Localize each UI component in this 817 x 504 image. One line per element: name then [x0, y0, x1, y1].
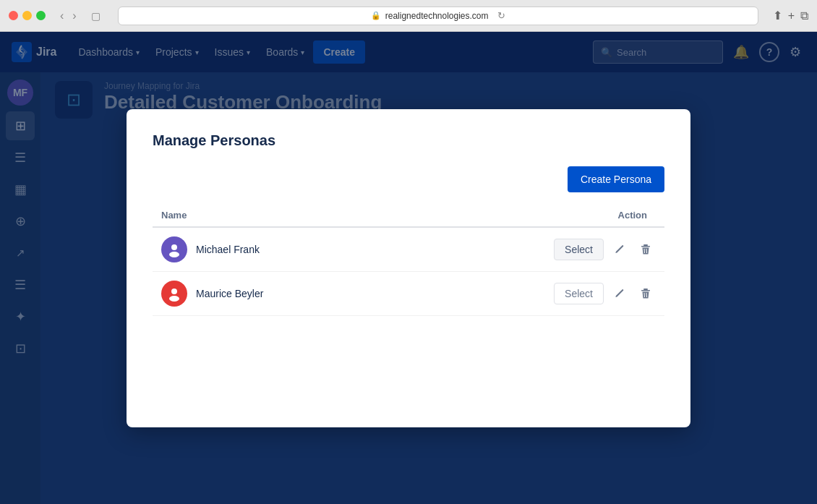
- persona-name-cell: Michael Frank: [153, 227, 408, 272]
- app-background: Jira Dashboards ▾ Projects ▾ Issues ▾ Bo…: [0, 32, 817, 504]
- persona-name-cell: Maurice Beyler: [153, 271, 408, 315]
- forward-button[interactable]: ›: [69, 8, 79, 24]
- delete-button-michael[interactable]: [636, 241, 656, 258]
- windows-button[interactable]: ⧉: [800, 9, 808, 22]
- browser-chrome: ‹ › ▢ 🔒 realignedtechnologies.com ↻ ⬆ + …: [0, 0, 817, 32]
- persona-action-cell-maurice: Select: [408, 271, 664, 315]
- persona-action-cell-michael: Select: [408, 227, 664, 272]
- back-button[interactable]: ‹: [57, 8, 67, 24]
- table-row: Maurice Beyler Select: [153, 271, 664, 315]
- manage-personas-modal: Manage Personas Create Persona Name Acti…: [127, 109, 690, 427]
- browser-actions: ⬆ + ⧉: [773, 9, 808, 22]
- address-bar[interactable]: 🔒 realignedtechnologies.com ↻: [118, 7, 758, 25]
- sidebar-toggle-icon[interactable]: ▢: [88, 9, 103, 23]
- trash-icon: [640, 244, 651, 255]
- edit-button-michael[interactable]: [609, 241, 630, 258]
- browser-navigation: ‹ ›: [57, 8, 80, 24]
- persona-cell: Maurice Beyler: [161, 281, 400, 307]
- personas-table: Name Action: [153, 204, 664, 316]
- edit-button-maurice[interactable]: [609, 285, 630, 302]
- table-header-row: Name Action: [153, 204, 664, 227]
- person-icon: [166, 286, 182, 302]
- new-tab-button[interactable]: +: [788, 9, 795, 22]
- person-icon: [166, 242, 182, 257]
- close-traffic-light[interactable]: [9, 11, 18, 20]
- modal-title: Manage Personas: [153, 132, 664, 149]
- svg-point-2: [171, 244, 177, 250]
- lock-icon: 🔒: [371, 11, 381, 20]
- persona-cell: Michael Frank: [161, 236, 400, 262]
- traffic-lights: [9, 11, 46, 20]
- trash-icon: [640, 288, 651, 299]
- maximize-traffic-light[interactable]: [36, 11, 46, 20]
- persona-name-maurice: Maurice Beyler: [196, 288, 263, 299]
- svg-rect-8: [643, 289, 648, 290]
- delete-button-maurice[interactable]: [636, 285, 656, 302]
- persona-avatar-michael: [161, 236, 187, 262]
- svg-rect-9: [641, 290, 650, 291]
- modal-header-row: Create Persona: [153, 166, 664, 192]
- persona-avatar-maurice: [161, 281, 187, 307]
- edit-icon: [614, 244, 625, 255]
- svg-point-3: [169, 252, 179, 257]
- select-button-maurice[interactable]: Select: [554, 283, 604, 304]
- name-column-header: Name: [153, 204, 408, 227]
- svg-point-7: [169, 296, 179, 302]
- url-text: realignedtechnologies.com: [385, 11, 489, 21]
- reload-icon[interactable]: ↻: [497, 10, 505, 21]
- minimize-traffic-light[interactable]: [22, 11, 32, 20]
- svg-rect-5: [641, 246, 650, 247]
- table-row: Michael Frank Select: [153, 227, 664, 272]
- share-button[interactable]: ⬆: [773, 9, 782, 22]
- modal-overlay: Manage Personas Create Persona Name Acti…: [0, 32, 817, 504]
- svg-rect-4: [643, 244, 648, 246]
- select-button-michael[interactable]: Select: [554, 239, 604, 260]
- action-buttons-michael: Select: [417, 239, 656, 260]
- action-buttons-maurice: Select: [417, 283, 656, 304]
- action-column-header: Action: [408, 204, 664, 227]
- persona-name-michael: Michael Frank: [196, 244, 260, 255]
- svg-point-6: [171, 289, 177, 294]
- create-persona-button[interactable]: Create Persona: [568, 166, 664, 192]
- edit-icon: [614, 288, 625, 299]
